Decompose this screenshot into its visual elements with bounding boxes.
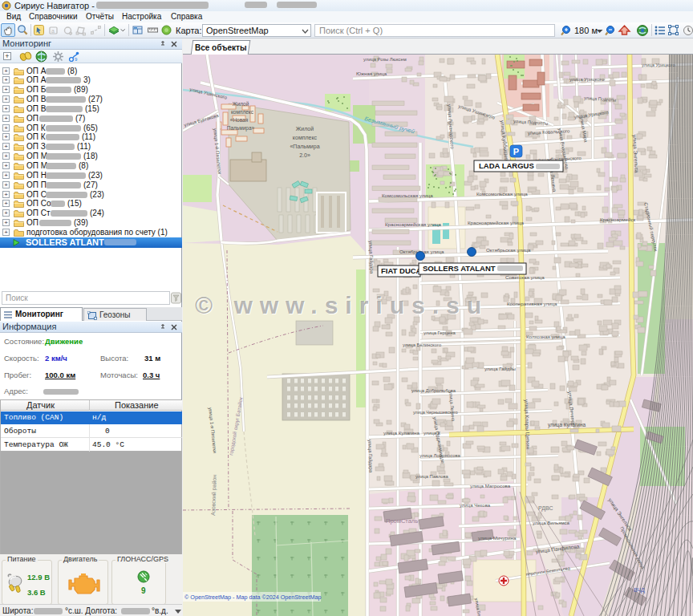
svg-text:Советская улица: Советская улица bbox=[505, 274, 545, 280]
svg-text:ВЧД: ВЧД bbox=[634, 587, 645, 594]
svg-text:улица Кулагина: улица Кулагина bbox=[383, 430, 419, 436]
svg-text:9: 9 bbox=[75, 57, 78, 62]
svg-text:улица Матросова: улица Матросова bbox=[470, 483, 511, 488]
svg-text:улица Гайдйы: улица Гайдйы bbox=[484, 367, 516, 371]
svg-text:Октябрьская улица: Октябрьская улица bbox=[486, 247, 531, 253]
svg-text:улица Герцена: улица Герцена bbox=[424, 330, 456, 335]
svg-text:комплекс: комплекс bbox=[231, 109, 254, 115]
svg-text:комплекс: комплекс bbox=[293, 135, 318, 140]
svg-text:Пальмира»: Пальмира» bbox=[227, 125, 255, 132]
svg-text:улица Белинского: улица Белинского bbox=[403, 342, 441, 347]
svg-text:улица Розы Люксем: улица Розы Люксем bbox=[363, 57, 407, 62]
svg-text:улица Урицкого: улица Урицкого bbox=[569, 77, 605, 82]
svg-text:«Новая: «Новая bbox=[230, 117, 249, 123]
svg-text:P: P bbox=[513, 147, 519, 156]
svg-text:Красноармейская улица: Красноармейская улица bbox=[385, 221, 441, 227]
svg-text:Колхозная улица: Колхозная улица bbox=[526, 334, 565, 339]
svg-text:Красноармейская улица: Красноармейская улица bbox=[468, 220, 524, 225]
svg-text:ПромСталь: ПромСталь bbox=[386, 517, 418, 525]
svg-text:улица Кулагина: улица Кулагина bbox=[548, 422, 586, 428]
svg-text:улица Вильямса: улица Вильямса bbox=[533, 521, 570, 525]
svg-text:Комсомольская улица: Комсомольская улица bbox=[382, 192, 433, 198]
svg-text:улица Урицкого: улица Урицкого bbox=[642, 63, 675, 67]
svg-text:улица Павлова: улица Павлова bbox=[415, 474, 449, 479]
svg-text:Комсомольская улица: Комсомольская улица bbox=[476, 191, 528, 197]
svg-text:Южная улица: Южная улица bbox=[356, 71, 387, 76]
svg-text:Жилой: Жилой bbox=[296, 126, 314, 132]
svg-text:2.0»: 2.0» bbox=[299, 152, 310, 158]
svg-text:Красноармейск: Красноармейск bbox=[600, 217, 636, 222]
svg-text:РДВС: РДВС bbox=[538, 505, 553, 512]
svg-text:LADA LARGUS: LADA LARGUS bbox=[479, 161, 534, 170]
svg-text:«Пальмира: «Пальмира bbox=[290, 144, 319, 150]
svg-text:улица Чехова: улица Чехова bbox=[460, 503, 491, 508]
svg-text:© OpenStreetMap - Map data ©20: © OpenStreetMap - Map data ©2024 OpenStr… bbox=[184, 594, 321, 601]
svg-text:Кооперативная улица: Кооперативная улица bbox=[507, 301, 557, 306]
svg-text:Жилой: Жилой bbox=[233, 101, 249, 107]
svg-text:a: a bbox=[51, 28, 55, 34]
svg-text:улица Мичурина: улица Мичурина bbox=[478, 535, 517, 541]
svg-text:SOLLERS ATALANT: SOLLERS ATALANT bbox=[423, 264, 496, 273]
